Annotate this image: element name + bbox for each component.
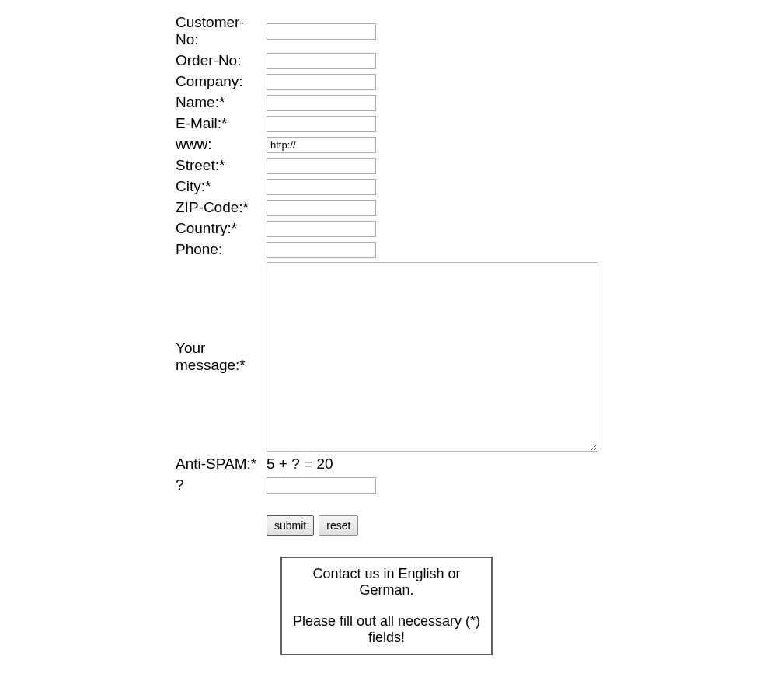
submit-button[interactable]: submit xyxy=(267,515,314,536)
info-line2: Please fill out all necessary (*) fields… xyxy=(287,613,486,646)
order-no-input[interactable] xyxy=(267,53,376,69)
label-customer-no: Customer-No: xyxy=(176,14,267,48)
info-line1: Contact us in English or German. xyxy=(287,566,486,598)
row-country: Country:* xyxy=(176,220,598,237)
message-textarea[interactable] xyxy=(267,262,598,452)
row-phone: Phone: xyxy=(176,241,598,258)
row-message: Your message:* xyxy=(176,262,598,452)
country-input[interactable] xyxy=(267,221,376,237)
zip-input[interactable] xyxy=(267,200,376,216)
city-input[interactable] xyxy=(267,179,376,195)
label-email: E-Mail:* xyxy=(176,115,267,132)
row-antispam: Anti-SPAM:* 5 + ? = 20 xyxy=(176,455,598,473)
label-city: City:* xyxy=(176,178,267,195)
phone-input[interactable] xyxy=(267,242,376,258)
label-zip: ZIP-Code:* xyxy=(176,199,267,216)
label-company: Company: xyxy=(176,73,267,90)
label-country: Country:* xyxy=(176,220,267,237)
label-phone: Phone: xyxy=(176,241,267,258)
label-order-no: Order-No: xyxy=(176,52,267,69)
label-street: Street:* xyxy=(176,157,267,174)
row-customer-no: Customer-No: xyxy=(176,14,598,48)
label-name: Name:* xyxy=(176,94,267,111)
label-antispam: Anti-SPAM:* xyxy=(176,455,267,473)
row-company: Company: xyxy=(176,73,598,90)
antispam-input[interactable] xyxy=(267,477,376,494)
row-city: City:* xyxy=(176,178,598,195)
antispam-equation: 5 + ? = 20 xyxy=(267,455,333,473)
label-www: www: xyxy=(176,136,267,153)
row-question: ? xyxy=(176,476,598,494)
name-input[interactable] xyxy=(267,95,376,111)
row-street: Street:* xyxy=(176,157,598,174)
row-zip: ZIP-Code:* xyxy=(176,199,598,216)
contact-form: Customer-No: Order-No: Company: Name:* E… xyxy=(176,14,598,655)
button-row: submit reset xyxy=(267,515,598,536)
street-input[interactable] xyxy=(267,158,376,174)
label-message: Your message:* xyxy=(176,340,267,374)
info-box: Contact us in English or German. Please … xyxy=(280,557,493,655)
company-input[interactable] xyxy=(267,74,376,90)
row-email: E-Mail:* xyxy=(176,115,598,132)
www-input[interactable] xyxy=(267,137,376,153)
customer-no-input[interactable] xyxy=(267,23,376,40)
reset-button[interactable]: reset xyxy=(319,515,358,536)
row-name: Name:* xyxy=(176,94,598,111)
email-input[interactable] xyxy=(267,116,376,132)
row-www: www: xyxy=(176,136,598,153)
label-question: ? xyxy=(176,476,267,494)
row-order-no: Order-No: xyxy=(176,52,598,69)
